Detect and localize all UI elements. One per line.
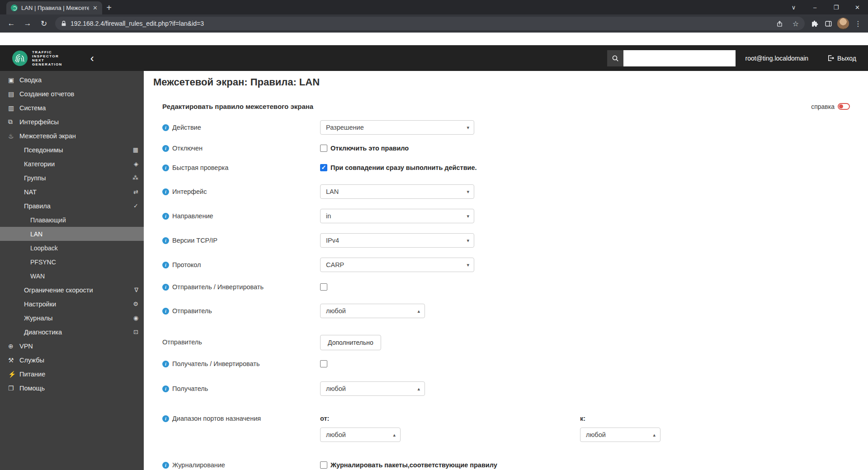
sidebar-item-interfaces[interactable]: ⧉Интерфейсы bbox=[0, 115, 144, 129]
sidebar-item-shaper[interactable]: Ограничение скорости∇ bbox=[0, 283, 144, 297]
sidebar-item-dashboard[interactable]: ▣Сводка bbox=[0, 73, 144, 87]
new-tab-button[interactable]: + bbox=[102, 1, 116, 14]
browser-menu-kebab-icon[interactable]: ⋮ bbox=[852, 17, 864, 30]
logging-checkbox[interactable] bbox=[320, 461, 327, 469]
info-icon[interactable]: i bbox=[162, 124, 169, 131]
browser-tab[interactable]: LAN | Правила | Межсетевой эк ✕ bbox=[6, 1, 102, 14]
shaper-filter-icon: ∇ bbox=[134, 287, 138, 293]
sidebar-item-loopback[interactable]: Loopback bbox=[0, 241, 144, 255]
action-select[interactable]: Разрешение▾ bbox=[320, 120, 474, 135]
form-control-source-advanced: Дополнительно bbox=[320, 335, 381, 360]
sidebar-item-groups[interactable]: Группы⁂ bbox=[0, 171, 144, 185]
sidebar-item-power[interactable]: ⚡Питание bbox=[0, 367, 144, 381]
source-select[interactable]: любой▴ bbox=[320, 304, 425, 318]
window-restore-button[interactable]: ❐ bbox=[826, 0, 847, 14]
window-minimize-button[interactable]: – bbox=[804, 0, 826, 14]
browser-toolbar: ← → ↻ 192.168.2.4/firewall_rules_edit.ph… bbox=[0, 14, 868, 33]
forward-icon[interactable]: → bbox=[20, 16, 35, 31]
window-close-button[interactable]: ✕ bbox=[847, 0, 868, 14]
form-row-protocol: iПротоколCARP▾ bbox=[162, 258, 868, 283]
form-row-action: iДействиеРазрешение▾ bbox=[162, 120, 868, 145]
help-icon: ❐ bbox=[8, 385, 19, 392]
info-icon[interactable]: i bbox=[162, 164, 169, 171]
sidebar-item-label: Псевдонимы bbox=[24, 146, 63, 154]
sidebar-item-help[interactable]: ❐Помощь bbox=[0, 381, 144, 395]
interface-select[interactable]: LAN▾ bbox=[320, 184, 474, 199]
source-invert-checkbox[interactable] bbox=[320, 283, 327, 291]
disabled-checkbox[interactable] bbox=[320, 145, 327, 152]
sidebar-item-nat[interactable]: NAT⇄ bbox=[0, 185, 144, 199]
sidebar-item-wan[interactable]: WAN bbox=[0, 269, 144, 283]
info-icon[interactable]: i bbox=[162, 415, 169, 422]
sidebar-item-system[interactable]: ▥Система bbox=[0, 101, 144, 115]
back-icon[interactable]: ← bbox=[4, 16, 19, 31]
sidebar-item-firewall[interactable]: ♨Межсетевой экран bbox=[0, 129, 144, 143]
sidebar-item-diagnostics[interactable]: Диагностика⊡ bbox=[0, 325, 144, 339]
sidebar-item-label: Сводка bbox=[19, 76, 42, 84]
sidebar-item-label: LAN bbox=[30, 230, 42, 238]
info-icon[interactable]: i bbox=[162, 188, 169, 195]
protocol-select[interactable]: CARP▾ bbox=[320, 258, 474, 272]
form-label-text: Получатель bbox=[172, 385, 208, 393]
form-control-quick: При совпадении сразу выполнить действие. bbox=[320, 164, 477, 184]
destination-invert-checkbox[interactable] bbox=[320, 360, 327, 367]
disabled-checkbox-label: Отключить это правило bbox=[330, 145, 409, 152]
info-icon[interactable]: i bbox=[162, 308, 169, 315]
form-control-destination: любой▴ bbox=[320, 381, 425, 415]
logout-button[interactable]: Выход bbox=[827, 55, 856, 62]
direction-select[interactable]: in▾ bbox=[320, 209, 474, 223]
info-icon[interactable]: i bbox=[162, 237, 169, 244]
settings-gears-icon: ⚙ bbox=[133, 301, 138, 307]
sidebar-item-categories[interactable]: Категории◈ bbox=[0, 157, 144, 171]
form-label-dst-port-range: iДиапазон портов назначения bbox=[162, 415, 320, 461]
bookmark-star-icon[interactable]: ☆ bbox=[789, 17, 802, 30]
refresh-icon[interactable]: ↻ bbox=[36, 16, 52, 31]
sidebar-item-label: Правила bbox=[24, 202, 51, 210]
info-icon[interactable]: i bbox=[162, 385, 169, 392]
sidebar-item-reporting[interactable]: ▤Создание отчетов bbox=[0, 87, 144, 101]
info-icon[interactable]: i bbox=[162, 262, 169, 268]
info-icon[interactable]: i bbox=[162, 361, 169, 367]
info-icon[interactable]: i bbox=[162, 284, 169, 291]
sidebar-item-label: Создание отчетов bbox=[19, 90, 74, 98]
share-icon[interactable] bbox=[773, 17, 786, 30]
browser-profile-avatar[interactable] bbox=[837, 18, 849, 29]
sidebar-item-pfsync[interactable]: PFSYNC bbox=[0, 255, 144, 269]
sidebar-item-services[interactable]: ⚒Службы bbox=[0, 353, 144, 367]
quick-checkbox[interactable] bbox=[320, 164, 327, 171]
info-icon[interactable]: i bbox=[162, 213, 169, 220]
source-advanced-button[interactable]: Дополнительно bbox=[320, 335, 381, 350]
sidebar-item-floating[interactable]: Плавающий bbox=[0, 213, 144, 227]
sidebar-item-vpn[interactable]: ⊕VPN bbox=[0, 339, 144, 353]
brand-logo[interactable]: TRAFFIC INSPECTOR NEXT GENERATION bbox=[12, 50, 62, 66]
sidebar-item-settings[interactable]: Настройки⚙ bbox=[0, 297, 144, 311]
select-value: Разрешение bbox=[326, 124, 364, 131]
search-button[interactable] bbox=[607, 50, 623, 66]
ipversion-select[interactable]: IPv4▾ bbox=[320, 233, 474, 248]
sidebar-collapse-icon[interactable]: ‹ bbox=[90, 53, 94, 64]
sidebar-item-lan[interactable]: LAN bbox=[0, 227, 144, 241]
help-link[interactable]: справка bbox=[811, 103, 835, 110]
sidebar-item-aliases[interactable]: Псевдонимы▦ bbox=[0, 143, 144, 157]
tab-search-icon[interactable]: ∨ bbox=[783, 0, 804, 14]
tab-close-icon[interactable]: ✕ bbox=[93, 5, 98, 11]
info-icon[interactable]: i bbox=[162, 145, 169, 152]
form-row-direction: iНаправлениеin▾ bbox=[162, 209, 868, 233]
dst-port-to-select[interactable]: любой▴ bbox=[580, 428, 660, 442]
help-toggle-icon[interactable] bbox=[838, 103, 850, 110]
form-control-dst-port-range: от:любой▴к:любой▴ bbox=[320, 415, 660, 461]
extensions-puzzle-icon[interactable] bbox=[808, 17, 821, 30]
destination-select[interactable]: любой▴ bbox=[320, 381, 425, 396]
side-panel-icon[interactable] bbox=[822, 17, 835, 30]
sidebar-item-logs[interactable]: Журналы◉ bbox=[0, 311, 144, 325]
dst-port-from-select[interactable]: любой▴ bbox=[320, 428, 401, 442]
sidebar-item-rules[interactable]: Правила✓ bbox=[0, 199, 144, 213]
info-icon[interactable]: i bbox=[162, 462, 169, 469]
logged-in-user[interactable]: root@ting.localdomain bbox=[745, 55, 809, 62]
address-bar[interactable]: 192.168.2.4/firewall_rules_edit.php?if=l… bbox=[55, 17, 805, 30]
search-input[interactable] bbox=[623, 50, 736, 66]
search-icon bbox=[612, 55, 619, 62]
form-control-disabled: Отключить это правило bbox=[320, 145, 409, 164]
form-label-text: Отправитель bbox=[172, 307, 212, 315]
destination-invert-checkbox-row bbox=[320, 360, 327, 367]
